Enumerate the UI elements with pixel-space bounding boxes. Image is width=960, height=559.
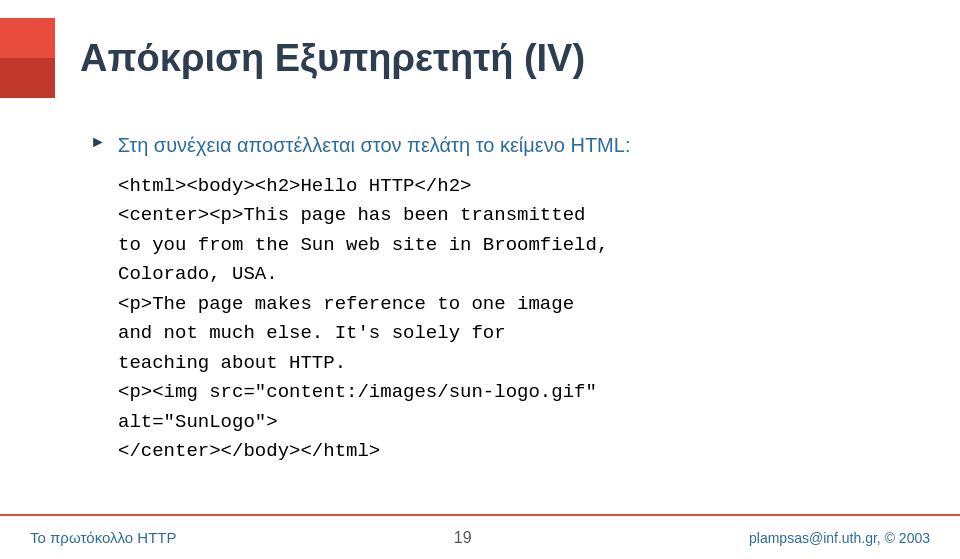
code-block: <html><body><h2>Hello HTTP</h2> <center>… [118, 172, 910, 466]
code-line-5: <p>The page makes reference to one image [118, 290, 910, 319]
footer-email: plampsas@inf.uth.gr, [749, 530, 881, 546]
title-accent [0, 18, 55, 98]
code-line-7: teaching about HTTP. [118, 349, 910, 378]
footer-left-text: Το πρωτόκολλο ΗΤΤΡ [30, 529, 177, 546]
code-line-2: <center><p>This page has been transmitte… [118, 201, 910, 230]
footer-page-number: 19 [454, 529, 472, 547]
code-line-1: <html><body><h2>Hello HTTP</h2> [118, 172, 910, 201]
accent-bottom [0, 58, 55, 98]
code-line-8: <p><img src="content:/images/sun-logo.gi… [118, 378, 910, 407]
bullet-item: ► Στη συνέχεια αποστέλλεται στον πελάτη … [90, 131, 910, 159]
footer: Το πρωτόκολλο ΗΤΤΡ 19 plampsas@inf.uth.g… [0, 514, 960, 559]
slide-container: Απόκριση Εξυπηρετητή (IV) ► Στη συνέχεια… [0, 0, 960, 559]
code-line-4: Colorado, USA. [118, 260, 910, 289]
title-bar: Απόκριση Εξυπηρετητή (IV) [0, 0, 960, 116]
code-line-3: to you from the Sun web site in Broomfie… [118, 231, 910, 260]
bullet-text: Στη συνέχεια αποστέλλεται στον πελάτη το… [118, 131, 631, 159]
code-line-9: alt="SunLogo"> [118, 408, 910, 437]
footer-right-text: plampsas@inf.uth.gr, © 2003 [749, 530, 930, 546]
code-line-6: and not much else. It's solely for [118, 319, 910, 348]
footer-year: © 2003 [885, 530, 930, 546]
content-area: ► Στη συνέχεια αποστέλλεται στον πελάτη … [0, 116, 960, 514]
bullet-arrow-icon: ► [90, 133, 106, 151]
accent-top [0, 18, 55, 58]
code-line-10: </center></body></html> [118, 437, 910, 466]
slide-title: Απόκριση Εξυπηρετητή (IV) [80, 37, 585, 80]
